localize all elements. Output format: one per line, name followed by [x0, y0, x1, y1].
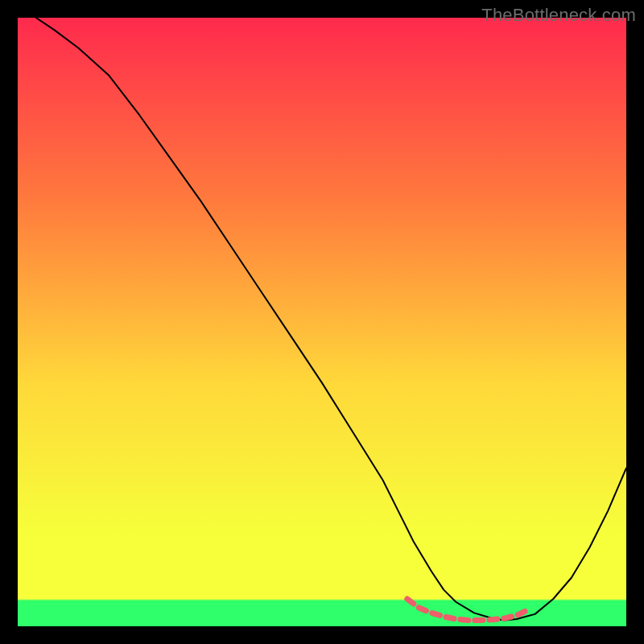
plot-area — [18, 18, 626, 626]
plot-svg — [18, 18, 626, 626]
chart-frame: TheBottleneck.com — [0, 0, 644, 644]
watermark-text: TheBottleneck.com — [481, 5, 636, 26]
gradient-background — [18, 18, 626, 626]
